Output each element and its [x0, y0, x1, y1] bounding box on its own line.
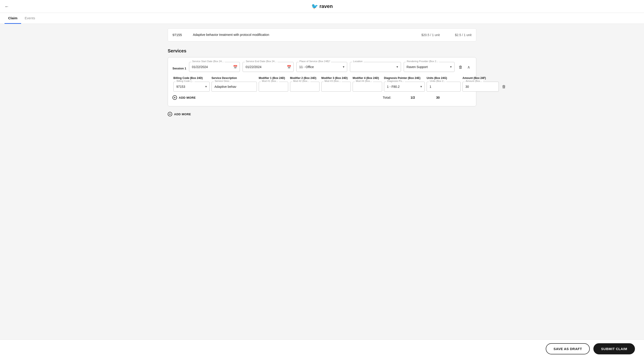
tab-events[interactable]: Events: [21, 13, 39, 24]
services-section: Services Session 1 Service Start Date (B…: [168, 48, 476, 118]
total-units: 1/2: [396, 96, 430, 99]
location-label: Location: [352, 60, 364, 62]
collapse-session-button[interactable]: ∧: [466, 63, 472, 71]
total-label: Total:: [383, 96, 391, 99]
mod1-input[interactable]: [259, 82, 288, 92]
amount-label: Amount (Box...: [465, 80, 483, 82]
units-field: Units (Box 2...: [426, 82, 461, 92]
mod4-input[interactable]: [353, 82, 382, 92]
line-billing-code-select[interactable]: 97153: [173, 82, 210, 92]
mod2-field: Mod #2 (Box...: [290, 82, 320, 92]
line-item-row: Billing Code (... 97153 ▼ Service Desc..…: [172, 82, 472, 92]
pos-select[interactable]: 11 - Office: [296, 62, 347, 72]
line-service-desc-field: Service Desc...: [212, 82, 257, 92]
delete-line-item-button[interactable]: 🗑: [500, 83, 510, 90]
diagnosis-select[interactable]: 1 - F80.2: [384, 82, 425, 92]
col-header-actions: [500, 76, 510, 80]
mod3-label: Mod #3 (Box...: [324, 80, 342, 82]
session-actions: 🗑 ∧: [457, 63, 472, 72]
logo-text: raven: [320, 4, 333, 9]
col-header-mod4: Modifier 4 (Box 24D): [353, 76, 382, 80]
price1-cell: $20.5 / 1 unit: [412, 33, 440, 37]
location-select[interactable]: [350, 62, 401, 72]
price2-cell: $2.5 / 1 unit: [444, 33, 472, 37]
app-header: ← 🐦 raven: [0, 0, 644, 13]
pos-label: Place of Service (Box 24B)*: [299, 60, 331, 62]
back-button[interactable]: ←: [4, 4, 9, 9]
billing-code-cell: 97155: [172, 33, 188, 37]
add-more-session-button[interactable]: + ADD MORE: [168, 110, 191, 118]
pos-field: Place of Service (Box 24B)* 11 - Office …: [296, 62, 347, 72]
add-more-line-label: ADD MORE: [179, 96, 196, 99]
delete-session-button[interactable]: 🗑: [457, 64, 464, 71]
diagnosis-field: Diagnosis Po... 1 - F80.2 ▼: [384, 82, 425, 92]
start-date-field: Service Start Date (Box 24... 📅: [189, 62, 240, 72]
col-header-amount: Amount (Box 24F): [462, 76, 499, 80]
col-header-mod3: Modifier 3 (Box 24D): [321, 76, 351, 80]
mod2-input[interactable]: [290, 82, 320, 92]
location-field: Location ▼: [350, 62, 401, 72]
bird-icon: 🐦: [311, 3, 318, 10]
code-table: 97155 Adaptive behavior treatment with p…: [168, 28, 476, 42]
amount-field: Amount (Box...: [462, 82, 499, 92]
mod3-field: Mod #3 (Box...: [321, 82, 351, 92]
end-date-input[interactable]: [242, 62, 294, 72]
mod1-label: Mod #1 (Box...: [261, 80, 279, 82]
line-service-desc-label: Service Desc...: [214, 80, 232, 82]
services-table-header: Billing Code (Box 24D) Service Descripti…: [172, 76, 472, 80]
tabs-bar: Claim Events: [0, 13, 644, 24]
mod4-label: Mod #4 (Box...: [355, 80, 373, 82]
add-more-line-item-button[interactable]: + ADD MORE: [172, 94, 196, 102]
start-date-input[interactable]: [189, 62, 240, 72]
tab-claim[interactable]: Claim: [4, 13, 21, 24]
app-logo: 🐦 raven: [311, 3, 333, 10]
add-more-circle-icon: +: [172, 95, 177, 100]
session-card: Session 1 Service Start Date (Box 24... …: [168, 57, 476, 107]
rendering-provider-select[interactable]: Raven Support: [404, 62, 454, 72]
amount-input[interactable]: [462, 82, 499, 92]
session-header-row: Session 1 Service Start Date (Box 24... …: [172, 62, 472, 72]
total-row: Total: 1/2 30: [382, 94, 472, 101]
rendering-provider-field: Rendering Provider (Box 2... Raven Suppo…: [404, 62, 454, 72]
session-label: Session 1: [172, 67, 186, 72]
total-amount: 30: [434, 96, 471, 99]
col-header-units: Units (Box 24G): [426, 76, 461, 80]
services-title: Services: [168, 48, 476, 54]
mod4-field: Mod #4 (Box...: [353, 82, 382, 92]
line-service-desc-input[interactable]: [212, 82, 257, 92]
col-header-billing-code: Billing Code (Box 24D): [173, 76, 210, 80]
mod2-label: Mod #2 (Box...: [292, 80, 310, 82]
add-more-session-container: + ADD MORE: [168, 110, 476, 118]
start-date-label: Service Start Date (Box 24...: [191, 60, 225, 62]
diagnosis-label: Diagnosis Po...: [386, 80, 405, 82]
units-input[interactable]: [426, 82, 461, 92]
rendering-provider-label: Rendering Provider (Box 2...: [406, 60, 439, 62]
end-date-field: Service End Date (Box 24... 📅: [242, 62, 294, 72]
mod1-field: Mod #1 (Box...: [259, 82, 288, 92]
col-header-mod2: Modifier 2 (Box 24D): [290, 76, 320, 80]
mod3-input[interactable]: [321, 82, 351, 92]
add-session-circle-icon: +: [168, 112, 172, 116]
line-billing-code-label: Billing Code (...: [176, 80, 194, 82]
main-content: 97155 Adaptive behavior treatment with p…: [163, 28, 481, 141]
col-header-mod1: Modifier 1 (Box 24D): [259, 76, 288, 80]
line-billing-code-field: Billing Code (... 97153 ▼: [173, 82, 210, 92]
description-cell: Adaptive behavior treatment with protoco…: [193, 33, 408, 37]
end-date-label: Service End Date (Box 24...: [245, 60, 278, 62]
col-header-diagnosis: Diagnosis Pointer (Box 24E): [384, 76, 425, 80]
add-more-session-label: ADD MORE: [174, 112, 191, 116]
col-header-service-desc: Service Description: [212, 76, 257, 80]
table-row: 97155 Adaptive behavior treatment with p…: [168, 28, 476, 41]
units-label: Units (Box 2...: [429, 80, 446, 82]
